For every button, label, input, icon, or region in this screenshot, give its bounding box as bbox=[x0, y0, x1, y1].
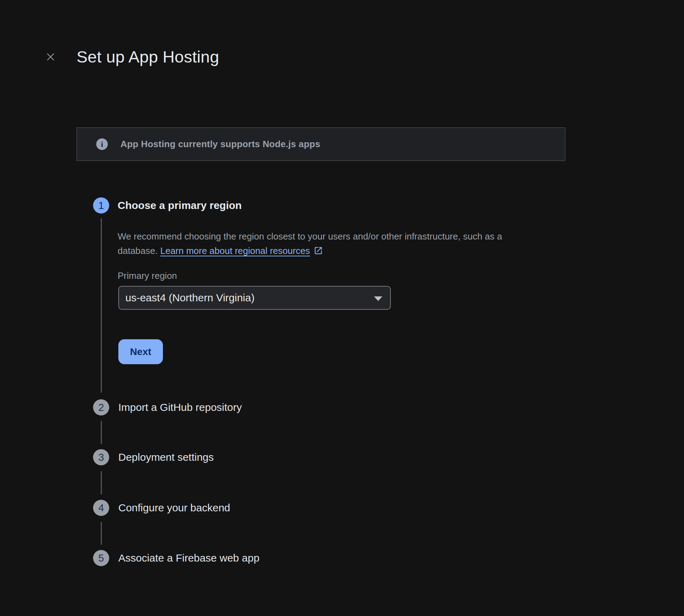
primary-region-value: us-east4 (Northern Virginia) bbox=[125, 292, 255, 304]
description-line-1: We recommend choosing the region closest… bbox=[118, 231, 502, 242]
step-2-number: 2 bbox=[98, 402, 104, 413]
info-icon: i bbox=[96, 138, 108, 150]
info-banner-text: App Hosting currently supports Node.js a… bbox=[120, 139, 320, 150]
info-banner: i App Hosting currently supports Node.js… bbox=[77, 127, 565, 161]
chevron-down-icon bbox=[374, 296, 382, 301]
step-3-title: Deployment settings bbox=[118, 449, 214, 465]
step-2-title: Import a GitHub repository bbox=[118, 399, 242, 415]
setup-app-hosting-dialog: Set up App Hosting i App Hosting current… bbox=[0, 0, 684, 616]
step-5-number: 5 bbox=[98, 552, 104, 564]
step-4-indicator: 4 bbox=[93, 500, 109, 516]
stepper-connector bbox=[101, 421, 102, 444]
step-2-indicator: 2 bbox=[93, 399, 109, 415]
step-1-number: 1 bbox=[98, 200, 104, 211]
open-in-new-icon[interactable] bbox=[314, 245, 323, 260]
next-button[interactable]: Next bbox=[118, 339, 163, 364]
close-icon bbox=[45, 52, 56, 62]
step-5-indicator: 5 bbox=[93, 550, 109, 566]
step-4-title: Configure your backend bbox=[118, 500, 230, 516]
stepper-connector bbox=[101, 471, 102, 494]
stepper-connector bbox=[101, 522, 102, 545]
step-1-title: Choose a primary region bbox=[118, 197, 242, 214]
stepper-connector bbox=[101, 218, 102, 393]
learn-more-link[interactable]: Learn more about regional resources bbox=[160, 245, 310, 256]
step-5-title: Associate a Firebase web app bbox=[118, 550, 259, 566]
region-description: We recommend choosing the region closest… bbox=[118, 229, 560, 260]
step-3-indicator: 3 bbox=[93, 449, 109, 465]
page-title: Set up App Hosting bbox=[77, 47, 219, 67]
step-4-number: 4 bbox=[98, 502, 104, 514]
close-button[interactable] bbox=[43, 49, 58, 65]
primary-region-select[interactable]: us-east4 (Northern Virginia) bbox=[118, 286, 391, 310]
description-line-2: database. bbox=[118, 245, 160, 256]
primary-region-label: Primary region bbox=[118, 270, 177, 281]
step-1-indicator: 1 bbox=[93, 197, 109, 214]
step-3-number: 3 bbox=[98, 452, 104, 463]
